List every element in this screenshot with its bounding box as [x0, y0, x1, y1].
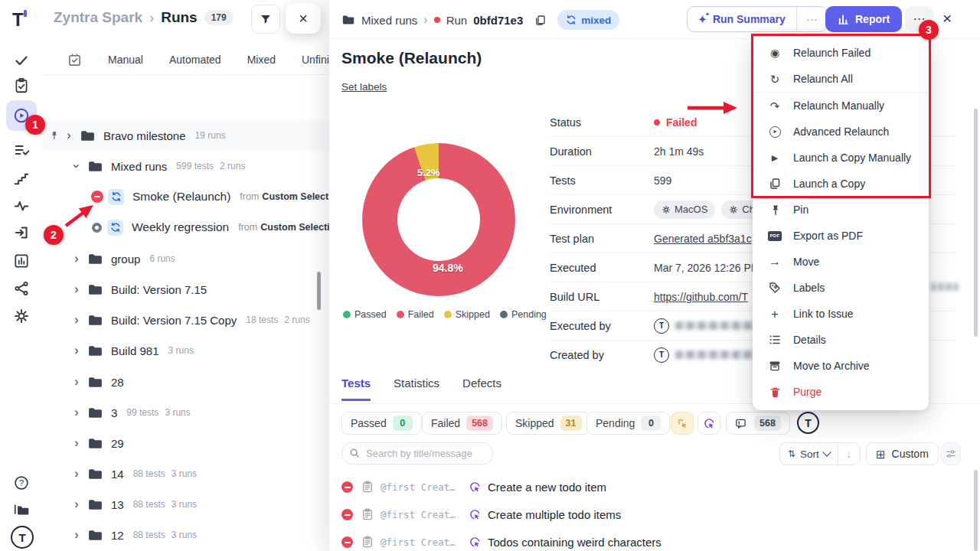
test-cases-icon[interactable] — [13, 77, 30, 94]
list-scrollbar[interactable] — [974, 470, 978, 551]
tree-row-group[interactable]: › group 6 runs — [43, 243, 329, 274]
copy-icon[interactable] — [534, 14, 547, 27]
menu-item-details[interactable]: Details — [753, 327, 929, 353]
sort-button[interactable]: ⇅ Sort — [780, 443, 838, 465]
run-list-icon[interactable] — [67, 53, 82, 67]
legend-failed[interactable]: Failed — [397, 309, 434, 320]
chevron-right-icon[interactable]: › — [72, 498, 81, 510]
filter-passed[interactable]: Passed 0 — [341, 412, 422, 435]
filter-pending[interactable]: Pending 0 — [586, 412, 670, 435]
tree-item-label: Bravo milestone — [103, 129, 186, 142]
tree-row-build-981[interactable]: › Build 981 3 runs — [43, 335, 329, 366]
filter-flaky[interactable] — [671, 412, 694, 435]
legend-pending[interactable]: Pending — [500, 309, 547, 320]
tree-row-12[interactable]: › 12 88 tests 3 runs — [43, 520, 329, 550]
report-button[interactable]: Report — [825, 6, 902, 32]
milestones-icon[interactable] — [13, 170, 30, 187]
chevron-right-icon[interactable]: › — [72, 437, 81, 449]
menu-item-pin[interactable]: Pin — [753, 197, 929, 223]
test-row[interactable]: @first Creat… Create a new todo item — [329, 474, 980, 500]
tab-defects[interactable]: Defects — [462, 377, 501, 401]
menu-item-move-to-archive[interactable]: Move to Archive — [753, 353, 929, 379]
chevron-down-icon[interactable]: › — [70, 161, 83, 171]
tree-row-3[interactable]: › 3 99 tests 3 runs — [43, 397, 329, 428]
analytics-icon[interactable] — [13, 253, 30, 269]
menu-item-move[interactable]: → Move — [753, 249, 929, 275]
filter-comments[interactable]: 568 — [726, 412, 790, 435]
tree-row-13[interactable]: › 13 88 tests 3 runs — [43, 489, 329, 520]
menu-item-export-pdf[interactable]: PDF Export as PDF — [753, 223, 929, 249]
build-url-link[interactable]: https://github.com/T — [654, 291, 748, 303]
filter-auto-clicked[interactable] — [697, 412, 720, 435]
test-plans-icon[interactable] — [13, 142, 30, 158]
user-filter-avatar[interactable]: T — [797, 412, 819, 434]
tree-row-mixed-runs[interactable]: › Mixed runs 599 tests 2 runs — [43, 151, 329, 181]
menu-item-link-to-issue[interactable]: + Link to Issue — [753, 301, 929, 327]
tab-mixed[interactable]: Mixed — [247, 54, 276, 66]
chevron-right-icon[interactable]: › — [72, 253, 81, 265]
tab-unfinished[interactable]: Unfinished — [302, 54, 329, 66]
chevron-right-icon[interactable]: › — [72, 376, 81, 388]
tree-row-29[interactable]: › 29 — [43, 428, 329, 458]
tree-row-bravo-milestone[interactable]: › Bravo milestone 19 runs — [43, 120, 329, 151]
pulse-icon[interactable] — [13, 197, 30, 214]
folder-icon — [87, 282, 103, 298]
app-logo[interactable]: T — [12, 9, 24, 31]
legend-passed[interactable]: Passed — [343, 309, 387, 320]
sort-direction-button[interactable]: ↓ — [838, 443, 860, 465]
tree-row-14[interactable]: › 14 88 tests 3 runs — [43, 458, 329, 489]
set-labels-link[interactable]: Set labels — [341, 81, 387, 93]
run-type-badge[interactable]: mixed — [557, 10, 619, 30]
tree-row-28[interactable]: › 28 — [43, 367, 329, 397]
import-icon[interactable] — [13, 224, 30, 241]
tab-statistics[interactable]: Statistics — [394, 377, 439, 401]
menu-item-purge[interactable]: Purge — [753, 379, 929, 405]
tab-manual[interactable]: Manual — [108, 54, 143, 66]
run-summary-more-button[interactable]: ⋯ — [796, 7, 827, 31]
env-chip-macos[interactable]: MacOS — [654, 201, 715, 219]
chevron-right-icon[interactable]: › — [64, 129, 74, 142]
results-check-icon[interactable] — [13, 52, 30, 69]
folder-icon — [87, 251, 103, 267]
tab-automated[interactable]: Automated — [169, 54, 221, 66]
project-name[interactable]: Zyntra Spark — [54, 9, 142, 26]
chevron-right-icon[interactable]: › — [72, 468, 81, 480]
tree-scrollbar[interactable] — [317, 272, 321, 310]
projects-folder-icon[interactable] — [13, 501, 30, 518]
chevron-right-icon[interactable]: › — [72, 529, 81, 541]
panel-scrollbar[interactable] — [974, 109, 978, 337]
test-row[interactable]: @first Creat… Create multiple todo items — [329, 501, 980, 527]
menu-item-labels[interactable]: Labels — [753, 275, 929, 301]
tree-row-build-715[interactable]: › Build: Version 7.15 — [43, 274, 329, 305]
skipped-dot-icon — [444, 311, 452, 318]
filter-skipped[interactable]: Skipped 31 — [506, 412, 591, 435]
tree-row-build-715-copy[interactable]: › Build: Version 7.15 Copy 18 tests 2 ru… — [43, 305, 329, 335]
badge-label: mixed — [581, 15, 611, 26]
chevron-right-icon[interactable]: › — [72, 314, 81, 326]
panel-close-button[interactable]: × — [286, 3, 321, 34]
tree-row-weekly-regression[interactable]: Weekly regression from Custom Selection — [43, 212, 329, 243]
test-plan-link[interactable]: Generated a5bf3a1c — [654, 233, 752, 245]
chevron-right-icon[interactable]: › — [72, 283, 81, 295]
run-summary-button[interactable]: ✦✦Run Summary ⋯ — [687, 6, 828, 32]
filter-label: Failed — [431, 417, 460, 429]
test-row[interactable]: @first Creat… Todos containing weird cha… — [329, 529, 980, 551]
settings-gear-icon[interactable] — [13, 308, 30, 324]
chevron-right-icon[interactable]: › — [72, 344, 81, 357]
help-icon[interactable]: ? — [13, 474, 30, 491]
search-input[interactable] — [341, 442, 493, 465]
filter-button[interactable] — [251, 5, 280, 34]
legend-skipped[interactable]: Skipped — [444, 309, 490, 320]
filter-failed[interactable]: Failed 568 — [422, 412, 502, 435]
user-avatar: T — [654, 347, 669, 363]
custom-view-button[interactable]: ⊞ Custom — [866, 442, 939, 465]
menu-label: Link to Issue — [793, 308, 854, 320]
breadcrumb-folder[interactable]: Mixed runs — [361, 14, 417, 27]
tab-tests[interactable]: Tests — [341, 377, 371, 401]
chevron-right-icon[interactable]: › — [72, 406, 81, 419]
close-detail-button[interactable]: × — [942, 10, 952, 26]
tree-row-smoke-relaunch[interactable]: Smoke (Relaunch) from Custom Selection — [43, 181, 329, 212]
account-avatar[interactable]: T — [11, 526, 34, 549]
branch-icon[interactable] — [13, 280, 30, 297]
display-settings-button[interactable] — [941, 442, 961, 465]
